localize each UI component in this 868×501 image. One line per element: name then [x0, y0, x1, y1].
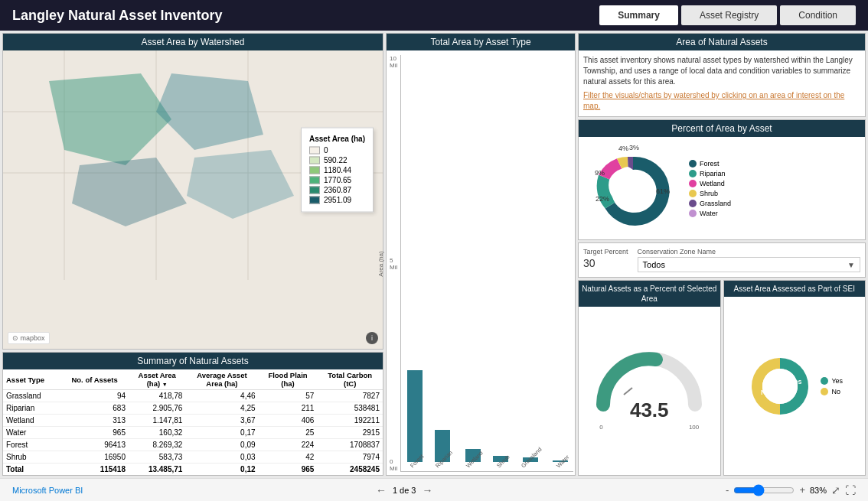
bar [407, 370, 423, 462]
controls-row: Target Percent 30 Conservation Zone Name… [578, 242, 866, 278]
col-area[interactable]: Asset Area(ha) ▼ [129, 369, 185, 390]
y-axis: 10 Mil 5 Mil 0 Mil [390, 55, 400, 472]
donut-title: Percent of Area by Asset [579, 120, 865, 137]
legend-item-4: 2360.87 [309, 186, 365, 194]
conservation-zone-group: Conservation Zone Name Todos ▼ [638, 248, 860, 272]
bar-chart-body: 10 Mil 5 Mil 0 Mil Area (ha) Forest Ripa… [387, 50, 575, 475]
svg-text:61%: 61% [656, 187, 670, 195]
asset-info-title: Area of Natural Assets [579, 34, 865, 50]
svg-line-13 [624, 388, 632, 395]
table-row: Grassland 94 418,78 4,46 57 7827 [3, 390, 383, 402]
chevron-down-icon: ▼ [847, 261, 855, 269]
conservation-zone-label: Conservation Zone Name [638, 248, 860, 255]
asset-info-section: Area of Natural Assets This asset invent… [578, 33, 866, 117]
zoom-slider[interactable] [733, 484, 795, 496]
legend-title: Asset Area (ha) [309, 135, 365, 143]
tab-condition[interactable]: Condition [780, 5, 856, 25]
app-title: Langley Natural Asset Inventory [12, 8, 222, 24]
legend-item-3: 1770.65 [309, 176, 365, 184]
table-row: Riparian 683 2.905,76 4,25 211 538481 [3, 402, 383, 415]
legend-item-0: 0 [309, 146, 365, 155]
bar-label: Water [555, 454, 570, 469]
asset-info-link[interactable]: Filter the visuals/charts by watershed b… [583, 90, 860, 112]
expand-button[interactable]: ⤢ [831, 484, 840, 496]
target-percent-label: Target Percent [583, 248, 628, 255]
legend-grassland: Grassland [689, 200, 731, 207]
legend-item-5: 2951.09 [309, 196, 365, 204]
table-total-row: Total 115418 13.485,71 0,12 965 2458245 [3, 464, 383, 476]
sei-panel: Asset Area Assessed as Part of SEI Yes [723, 280, 866, 476]
bar-group: Water [550, 460, 570, 471]
legend-item-1: 590.22 [309, 156, 365, 164]
bottom-panels: Natural Assets as a Percent of Selected … [578, 280, 866, 476]
map-section: Asset Area by Watershed [2, 33, 383, 350]
map-legend: Asset Area (ha) 0 590.22 1180.44 [301, 128, 374, 213]
mid-panel: Total Area by Asset Type 10 Mil 5 Mil 0 … [386, 33, 576, 476]
info-button[interactable]: i [366, 332, 378, 344]
main-content: Asset Area by Watershed [0, 31, 868, 478]
donut-chart-svg: 61% 22% 9% 4% 3% [583, 142, 683, 233]
summary-table-title: Summary of Natural Assets [3, 353, 383, 369]
gauge-value: 43.5 [630, 399, 669, 422]
zoom-minus-button[interactable]: - [726, 484, 729, 496]
col-avg[interactable]: Average AssetArea (ha) [185, 369, 258, 390]
legend-riparian: Riparian [689, 170, 731, 177]
bar-group: Grassland [515, 457, 546, 471]
table-row: Water 965 160,32 0,17 25 2915 [3, 427, 383, 439]
mapbox-logo: ⊙ mapbox [8, 332, 50, 344]
gauge-body: 43.5 0 100 [579, 307, 720, 475]
prev-page-button[interactable]: ← [376, 484, 387, 496]
next-page-button[interactable]: → [422, 484, 432, 496]
zoom-plus-button[interactable]: + [799, 484, 805, 496]
footer: Microsoft Power BI ← 1 de 3 → - + 83% ⤢ … [0, 478, 868, 501]
y-axis-label: Area (ha) [377, 251, 384, 276]
col-asset-type: Asset Type [3, 369, 60, 390]
legend-wetland: Wetland [689, 180, 731, 187]
conservation-zone-select[interactable]: Todos ▼ [638, 257, 860, 272]
header: Langley Natural Asset Inventory Summary … [0, 0, 868, 31]
right-panel: Area of Natural Assets This asset invent… [578, 33, 866, 476]
bar-group: Forest [404, 370, 425, 471]
svg-text:22%: 22% [596, 195, 609, 203]
target-percent-group: Target Percent 30 [583, 248, 628, 272]
svg-text:No: No [761, 389, 770, 396]
sei-legend: Yes No [821, 377, 843, 395]
map-area[interactable]: Asset Area (ha) 0 590.22 1180.44 [3, 50, 383, 349]
summary-table: Asset Type No. of Assets Asset Area(ha) … [3, 369, 383, 475]
bars-container: Forest Riparian Wetland Shrub Grassland … [400, 55, 573, 472]
legend-water: Water [689, 210, 731, 217]
col-flood[interactable]: Flood Plain(ha) [259, 369, 318, 390]
table-row: Wetland 313 1.147,81 3,67 406 192211 [3, 415, 383, 427]
summary-table-section: Summary of Natural Assets Asset Type No.… [2, 352, 383, 476]
legend-shrub: Shrub [689, 190, 731, 197]
left-panel: Asset Area by Watershed [2, 33, 383, 476]
target-percent-value: 30 [583, 257, 628, 269]
col-count[interactable]: No. of Assets [60, 369, 129, 390]
gauge-panel: Natural Assets as a Percent of Selected … [578, 280, 721, 476]
svg-point-14 [762, 369, 798, 404]
zoom-value: 83% [810, 486, 827, 495]
tab-summary[interactable]: Summary [599, 5, 678, 25]
fullscreen-button[interactable]: ⛶ [845, 484, 856, 496]
svg-point-7 [612, 170, 654, 213]
sei-title: Asset Area Assessed as Part of SEI [724, 281, 866, 297]
table-header-row: Asset Type No. of Assets Asset Area(ha) … [3, 369, 383, 390]
svg-text:9%: 9% [595, 169, 605, 177]
table-row: Shrub 16950 583,73 0,03 42 7974 [3, 451, 383, 464]
svg-text:Yes: Yes [790, 378, 802, 386]
tab-asset-registry[interactable]: Asset Registry [681, 5, 777, 25]
zoom-controls: - + 83% ⤢ ⛶ [726, 484, 856, 496]
donut-legend: Forest Riparian Wetland Shrub Grassland … [689, 160, 731, 217]
page-nav: ← 1 de 3 → [376, 484, 433, 496]
powerbi-link[interactable]: Microsoft Power BI [12, 486, 83, 495]
sei-donut-svg: Yes No [746, 352, 814, 421]
bar-chart-section: Total Area by Asset Type 10 Mil 5 Mil 0 … [386, 33, 576, 476]
svg-text:3%: 3% [629, 144, 639, 151]
map-title: Asset Area by Watershed [3, 34, 383, 50]
col-carbon[interactable]: Total Carbon(tC) [317, 369, 383, 390]
svg-text:4%: 4% [618, 145, 628, 152]
legend-forest: Forest [689, 160, 731, 168]
donut-section: Percent of Area by Asset [578, 119, 866, 240]
sei-body: Yes No Yes No [724, 297, 866, 475]
legend-item-2: 1180.44 [309, 166, 365, 174]
